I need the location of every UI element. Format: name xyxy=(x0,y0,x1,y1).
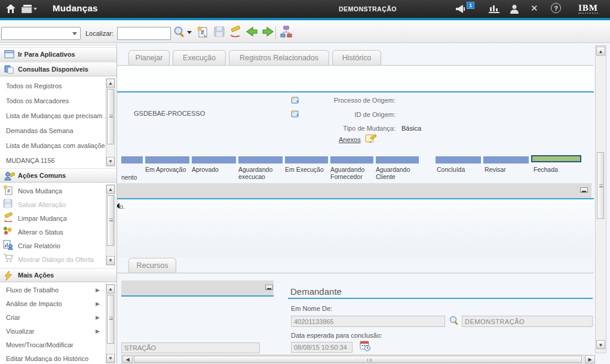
scroll-right-icon[interactable] xyxy=(585,355,595,363)
query-item[interactable]: Lista de Mudanças que precisam ... xyxy=(6,112,110,119)
collapsed-section-bar[interactable] xyxy=(117,183,591,198)
flow-segment[interactable] xyxy=(285,156,328,164)
query-item[interactable]: Todos os Registros xyxy=(6,82,62,90)
applications-icon xyxy=(4,50,14,59)
query-item[interactable]: MUDANÇA 1156 xyxy=(6,157,55,164)
flow-segment[interactable] xyxy=(436,156,481,164)
tab-execucao[interactable]: Execução xyxy=(173,50,226,66)
action-alterar-status[interactable]: Alterar o Status xyxy=(18,229,63,236)
tab-recursos[interactable]: Recursos xyxy=(128,258,176,273)
action-criar[interactable]: Criar xyxy=(6,314,20,321)
flow-segment[interactable] xyxy=(192,156,236,164)
tab-planejar[interactable]: Planejar xyxy=(128,50,170,66)
action-criar-relatorio[interactable]: Criar Relatório xyxy=(18,242,60,249)
scroll-left-icon[interactable] xyxy=(122,356,133,363)
queries-scrollbar[interactable] xyxy=(106,78,115,166)
flow-segment[interactable] xyxy=(330,156,373,164)
query-item[interactable]: Todos os Marcadores xyxy=(6,97,69,104)
vertical-scrollbar[interactable] xyxy=(595,45,606,353)
action-nova-mudanca[interactable]: Nova Mudança xyxy=(18,187,62,195)
scroll-up-icon[interactable] xyxy=(106,79,115,88)
find-label: Localizar: xyxy=(85,30,114,37)
flow-label: Revisar xyxy=(485,166,529,173)
minimize-icon[interactable] xyxy=(265,285,273,290)
offer-dialog-icon xyxy=(3,254,13,264)
flow-segment[interactable] xyxy=(376,156,419,164)
flow-label: nento xyxy=(121,174,165,181)
tab-historico[interactable]: Histórico xyxy=(332,50,381,66)
svg-text:#: # xyxy=(201,29,204,36)
workflow-icon[interactable] xyxy=(279,26,293,40)
more-actions-scrollbar[interactable] xyxy=(106,284,115,363)
left-panel-clipped-field[interactable] xyxy=(121,343,260,353)
person-lookup-icon[interactable] xyxy=(449,315,459,328)
action-editar-mudanca-historico[interactable]: Editar Mudança do Histórico xyxy=(6,355,88,362)
search-icon[interactable] xyxy=(172,26,186,40)
flow-segment[interactable] xyxy=(238,156,283,164)
common-actions-scrollbar[interactable] xyxy=(106,184,115,266)
flow-label: Aguardando execucao xyxy=(238,166,283,180)
search-options-caret[interactable] xyxy=(187,31,192,34)
query-item[interactable]: Lista de Mudanças com avaliaçõe... xyxy=(6,142,111,149)
flow-label: Fechada xyxy=(534,166,578,173)
tab-registros-relacionados[interactable]: Registros Relacionados xyxy=(229,50,329,66)
clear-icon[interactable] xyxy=(228,26,243,40)
common-actions-icon xyxy=(4,171,14,180)
horizontal-scrollbar[interactable] xyxy=(121,354,584,364)
home-icon[interactable] xyxy=(5,4,16,16)
due-date-field[interactable] xyxy=(291,342,352,353)
previous-record-icon[interactable] xyxy=(244,26,259,40)
new-record-icon[interactable]: # xyxy=(195,26,210,40)
on-behalf-id-field[interactable] xyxy=(291,316,445,327)
minimize-icon[interactable] xyxy=(580,187,588,193)
scroll-up-icon[interactable] xyxy=(106,185,115,194)
scroll-down-icon[interactable] xyxy=(596,340,605,349)
query-item[interactable]: Demandas da Semana xyxy=(6,127,73,134)
go-to-menu-icon[interactable] xyxy=(22,5,37,16)
notification-badge[interactable]: 1 xyxy=(467,2,474,9)
sidebar-section-queries[interactable]: Consultas Disponíveis xyxy=(0,62,117,76)
flow-segment[interactable] xyxy=(145,156,189,164)
find-input[interactable] xyxy=(117,27,171,40)
scroll-down-icon[interactable] xyxy=(106,256,115,265)
toolbar-separator xyxy=(275,26,276,39)
scroll-up-icon[interactable] xyxy=(596,47,605,55)
toolbar: Localizar: # xyxy=(0,20,610,43)
flow-segment-current[interactable] xyxy=(531,155,581,162)
action-visualizar[interactable]: Visualizar xyxy=(6,328,35,335)
detail-menu-icon[interactable] xyxy=(290,109,299,121)
sidebar-section-common-actions[interactable]: Ações Comuns xyxy=(0,168,117,183)
more-actions-icon xyxy=(4,271,14,280)
flow-segment[interactable] xyxy=(483,156,529,164)
flow-label: Em Execução xyxy=(285,166,336,173)
save-icon[interactable] xyxy=(212,26,226,40)
next-record-icon[interactable] xyxy=(260,26,275,40)
left-panel-header[interactable] xyxy=(121,280,274,295)
more-actions-list: Fluxo de Trabalho ▶ Análise de Impacto ▶… xyxy=(0,283,117,364)
action-mover-trocar-modificar[interactable]: Mover/Trocar/Modificar xyxy=(6,341,73,348)
action-analise-de-impacto[interactable]: Análise de Impacto xyxy=(6,300,62,307)
query-select[interactable] xyxy=(1,27,81,40)
announcements-icon[interactable] xyxy=(455,4,467,16)
sidebar-item-go-to-applications[interactable]: Ir Para Aplicativos xyxy=(0,47,117,61)
detail-menu-icon[interactable] xyxy=(290,95,299,107)
scroll-down-icon[interactable] xyxy=(106,354,115,363)
action-salvar-alteracao: Salvar Alteração xyxy=(18,201,66,208)
datetime-picker-icon[interactable] xyxy=(360,340,371,354)
on-behalf-name-field[interactable] xyxy=(462,316,593,327)
attachments-icon[interactable] xyxy=(365,134,376,146)
sidebar-section-more-actions[interactable]: Mais Ações xyxy=(0,268,117,282)
create-report-icon xyxy=(3,240,13,250)
reports-icon[interactable] xyxy=(489,5,499,16)
header-band xyxy=(117,66,594,91)
scroll-up-icon[interactable] xyxy=(106,285,115,294)
help-icon[interactable]: ? xyxy=(551,3,561,13)
close-icon[interactable]: ✕ xyxy=(531,3,538,14)
profile-icon[interactable] xyxy=(510,4,519,16)
scroll-down-icon[interactable] xyxy=(106,157,115,166)
attachments-link[interactable]: Anexos xyxy=(339,136,361,143)
change-type-label: Tipo de Mudança: xyxy=(324,125,396,132)
action-limpar-mudanca[interactable]: Limpar Mudança xyxy=(18,215,67,222)
action-fluxo-de-trabalho[interactable]: Fluxo de Trabalho xyxy=(6,286,59,294)
flow-segment[interactable] xyxy=(121,156,143,164)
